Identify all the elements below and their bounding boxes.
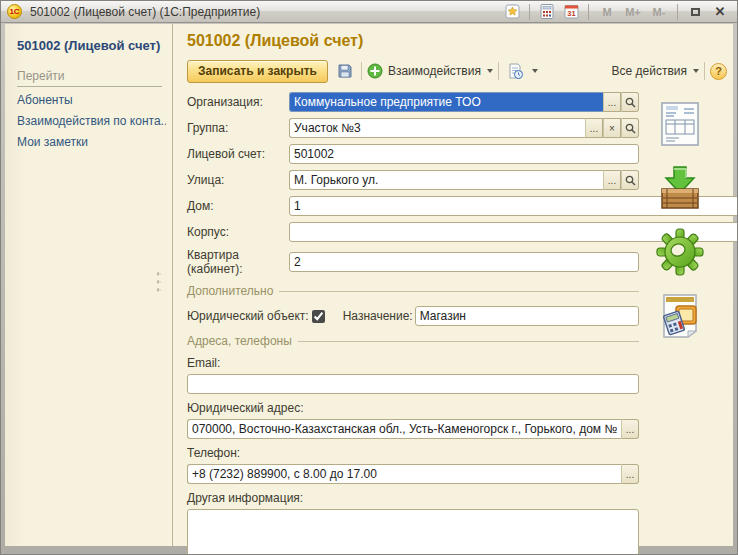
account-input[interactable]	[289, 144, 639, 164]
house-row: Дом:	[187, 196, 639, 216]
favorites-icon[interactable]	[502, 3, 522, 21]
street-row: Улица: ...	[187, 170, 639, 190]
sidebar-item-my-notes[interactable]: Мои заметки	[17, 135, 166, 149]
save-icon[interactable]	[334, 61, 356, 81]
memory-m-plus-button[interactable]: M+	[622, 3, 644, 21]
svg-text:31: 31	[567, 9, 575, 18]
email-input[interactable]	[187, 374, 639, 394]
section-addresses: Адреса, телефоны	[187, 334, 639, 348]
create-based-on-icon	[504, 61, 526, 81]
org-ellipsis-button[interactable]: ...	[603, 92, 621, 112]
add-interaction-icon	[367, 61, 384, 81]
group-clear-icon[interactable]: ×	[603, 118, 621, 138]
legal-address-input[interactable]	[187, 419, 621, 439]
import-crate-icon[interactable]	[657, 164, 703, 211]
other-info-textarea[interactable]	[187, 509, 639, 555]
other-info-label: Другая информация:	[187, 491, 639, 505]
form: Организация: ... Группа: ... ×	[187, 92, 639, 555]
phone-ellipsis-button[interactable]: ...	[621, 464, 639, 484]
sidebar: 501002 (Лицевой счет) Перейти Абоненты В…	[5, 24, 173, 546]
street-label: Улица:	[187, 173, 289, 187]
toolbar-separator	[704, 62, 705, 80]
titlebar-separator	[529, 4, 530, 20]
building-row: Корпус:	[187, 222, 639, 242]
legal-object-checkbox[interactable]	[312, 310, 325, 323]
purpose-label: Назначение:	[343, 309, 413, 323]
group-input[interactable]	[289, 118, 585, 138]
all-actions-dropdown[interactable]: Все действия	[612, 64, 699, 78]
street-input[interactable]	[289, 170, 603, 190]
close-button[interactable]: ✕	[709, 3, 731, 21]
toolbar: Записать и закрыть	[187, 59, 727, 83]
chevron-down-icon	[693, 69, 699, 73]
other-info-block: Другая информация:	[187, 491, 639, 555]
group-ellipsis-button[interactable]: ...	[585, 118, 603, 138]
memory-m-button[interactable]: M	[596, 3, 618, 21]
client-area: 501002 (Лицевой счет) Перейти Абоненты В…	[5, 24, 733, 546]
save-and-close-button[interactable]: Записать и закрыть	[187, 60, 328, 83]
account-row: Лицевой счет:	[187, 144, 639, 164]
email-block: Email:	[187, 356, 639, 394]
interactions-dropdown[interactable]: Взаимодействия	[367, 61, 493, 81]
invoice-icon[interactable]	[657, 100, 703, 147]
help-button[interactable]: ?	[710, 63, 727, 80]
legal-address-ellipsis-button[interactable]: ...	[621, 419, 639, 439]
calc-document-icon[interactable]	[657, 292, 703, 339]
all-actions-label: Все действия	[612, 64, 687, 78]
apartment-input[interactable]	[289, 252, 639, 272]
legal-object-row: Юридический объект: Назначение:	[187, 306, 639, 326]
group-magnifier-icon[interactable]	[621, 118, 639, 138]
account-label: Лицевой счет:	[187, 147, 289, 161]
memory-m-minus-button[interactable]: M-	[648, 3, 670, 21]
org-input[interactable]	[289, 92, 603, 112]
titlebar-separator	[588, 4, 589, 20]
maximize-button[interactable]	[685, 3, 705, 21]
street-ellipsis-button[interactable]: ...	[603, 170, 621, 190]
titlebar: 1C 501002 (Лицевой счет) (1С:Предприятие…	[1, 1, 737, 23]
calendar-icon[interactable]: 31	[561, 3, 581, 21]
gear-icon[interactable]	[657, 228, 703, 275]
group-row: Группа: ... ×	[187, 118, 639, 138]
org-row: Организация: ...	[187, 92, 639, 112]
org-label: Организация:	[187, 95, 289, 109]
create-based-on-dropdown[interactable]	[504, 61, 538, 81]
sidebar-title: 501002 (Лицевой счет)	[17, 38, 166, 53]
page-title: 501002 (Лицевой счет)	[187, 32, 733, 50]
main-panel: 501002 (Лицевой счет) Записать и закрыть	[173, 24, 733, 546]
calculator-icon[interactable]	[537, 3, 557, 21]
phone-block: Телефон: ...	[187, 446, 639, 484]
apartment-label: Квартира (кабинет):	[187, 248, 289, 276]
chevron-down-icon	[532, 69, 538, 73]
splitter-grip[interactable]	[157, 272, 161, 291]
phone-input[interactable]	[187, 464, 621, 484]
app-window: 1C 501002 (Лицевой счет) (1С:Предприятие…	[0, 0, 738, 555]
interactions-label: Взаимодействия	[388, 64, 481, 78]
group-label: Группа:	[187, 121, 289, 135]
command-icon-rail	[657, 100, 703, 339]
chevron-down-icon	[487, 69, 493, 73]
street-magnifier-icon[interactable]	[621, 170, 639, 190]
sidebar-nav-header: Перейти	[17, 69, 162, 87]
toolbar-separator	[361, 62, 362, 80]
section-additional: Дополнительно	[187, 284, 639, 298]
legal-address-block: Юридический адрес: ...	[187, 401, 639, 439]
phone-label: Телефон:	[187, 446, 639, 460]
house-label: Дом:	[187, 199, 289, 213]
org-magnifier-icon[interactable]	[621, 92, 639, 112]
email-label: Email:	[187, 356, 639, 370]
legal-object-label: Юридический объект:	[187, 309, 309, 323]
apartment-row: Квартира (кабинет):	[187, 248, 639, 276]
titlebar-separator	[677, 4, 678, 20]
toolbar-separator	[498, 62, 499, 80]
sidebar-item-interactions[interactable]: Взаимодействия по конта...	[17, 114, 166, 128]
building-label: Корпус:	[187, 225, 289, 239]
purpose-input[interactable]	[415, 306, 639, 326]
legal-address-label: Юридический адрес:	[187, 401, 639, 415]
sidebar-item-abonents[interactable]: Абоненты	[17, 93, 166, 107]
window-title: 501002 (Лицевой счет) (1С:Предприятие)	[30, 5, 498, 19]
1c-logo-icon[interactable]: 1C	[7, 4, 22, 19]
